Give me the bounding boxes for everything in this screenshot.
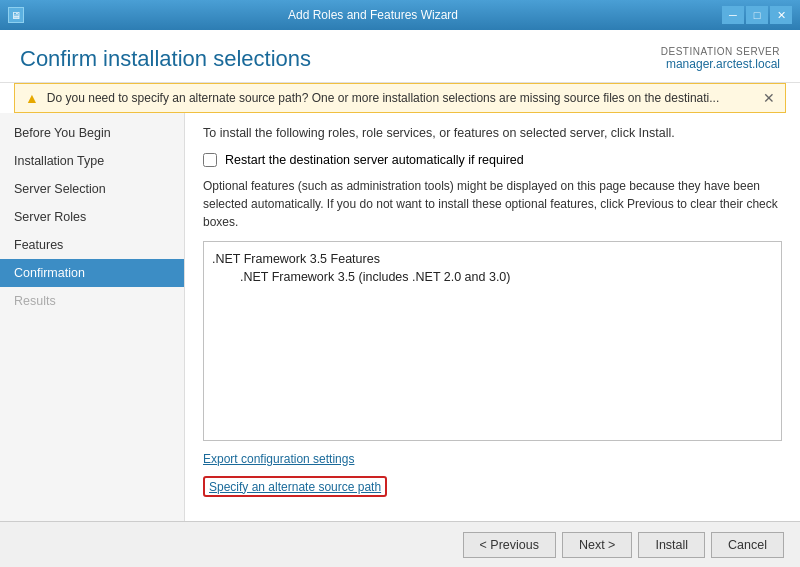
alternate-source-highlight: Specify an alternate source path: [203, 476, 387, 497]
next-button[interactable]: Next >: [562, 532, 632, 558]
main-window: Confirm installation selections DESTINAT…: [0, 30, 800, 567]
title-bar: 🖥 Add Roles and Features Wizard ─ □ ✕: [0, 0, 800, 30]
footer: < Previous Next > Install Cancel: [0, 521, 800, 567]
sidebar: Before You Begin Installation Type Serve…: [0, 113, 185, 521]
window-icon: 🖥: [8, 7, 24, 23]
alternate-source-link[interactable]: Specify an alternate source path: [209, 480, 381, 494]
content-area: To install the following roles, role ser…: [185, 113, 800, 521]
export-configuration-link[interactable]: Export configuration settings: [203, 452, 354, 466]
sidebar-item-before-you-begin[interactable]: Before You Begin: [0, 119, 184, 147]
sidebar-item-server-selection[interactable]: Server Selection: [0, 175, 184, 203]
sidebar-item-installation-type[interactable]: Installation Type: [0, 147, 184, 175]
body: Before You Begin Installation Type Serve…: [0, 113, 800, 521]
previous-button[interactable]: < Previous: [463, 532, 556, 558]
sidebar-item-features[interactable]: Features: [0, 231, 184, 259]
destination-info: DESTINATION SERVER manager.arctest.local: [661, 46, 780, 71]
optional-text: Optional features (such as administratio…: [203, 177, 782, 231]
alternate-source-row: Specify an alternate source path: [203, 476, 782, 497]
feature-item-0: .NET Framework 3.5 Features: [212, 250, 773, 268]
window-title: Add Roles and Features Wizard: [24, 8, 722, 22]
sidebar-item-confirmation[interactable]: Confirmation: [0, 259, 184, 287]
page-header: Confirm installation selections DESTINAT…: [0, 30, 800, 83]
restart-checkbox[interactable]: [203, 153, 217, 167]
sidebar-item-server-roles[interactable]: Server Roles: [0, 203, 184, 231]
warning-close-button[interactable]: ✕: [763, 90, 775, 106]
export-link-row: Export configuration settings: [203, 451, 782, 466]
warning-text: Do you need to specify an alternate sour…: [47, 91, 755, 105]
minimize-button[interactable]: ─: [722, 6, 744, 24]
window-controls: ─ □ ✕: [722, 6, 792, 24]
feature-item-1: .NET Framework 3.5 (includes .NET 2.0 an…: [212, 268, 773, 286]
destination-label: DESTINATION SERVER: [661, 46, 780, 57]
cancel-button[interactable]: Cancel: [711, 532, 784, 558]
page-title: Confirm installation selections: [20, 46, 311, 72]
maximize-button[interactable]: □: [746, 6, 768, 24]
features-list: .NET Framework 3.5 Features .NET Framewo…: [203, 241, 782, 441]
close-button[interactable]: ✕: [770, 6, 792, 24]
destination-server: manager.arctest.local: [661, 57, 780, 71]
restart-checkbox-label: Restart the destination server automatic…: [225, 153, 524, 167]
restart-checkbox-row: Restart the destination server automatic…: [203, 153, 782, 167]
install-button[interactable]: Install: [638, 532, 705, 558]
warning-icon: ▲: [25, 90, 39, 106]
sidebar-item-results: Results: [0, 287, 184, 315]
warning-banner: ▲ Do you need to specify an alternate so…: [14, 83, 786, 113]
intro-text: To install the following roles, role ser…: [203, 125, 782, 143]
